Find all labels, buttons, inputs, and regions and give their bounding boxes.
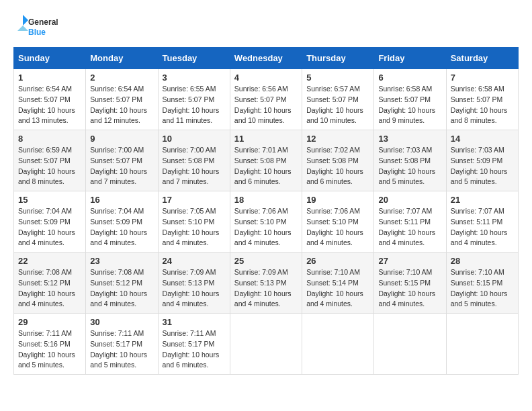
day-info: Sunrise: 7:10 AMSunset: 5:15 PMDaylight:…	[451, 267, 514, 310]
svg-marker-2	[23, 15, 28, 26]
day-number: 9	[90, 134, 153, 144]
calendar-cell: 19 Sunrise: 7:06 AMSunset: 5:10 PMDaylig…	[302, 191, 374, 253]
day-info: Sunrise: 7:06 AMSunset: 5:10 PMDaylight:…	[234, 206, 298, 248]
day-number: 27	[378, 256, 441, 266]
day-info: Sunrise: 7:07 AMSunset: 5:11 PMDaylight:…	[378, 206, 441, 248]
calendar-cell	[446, 314, 518, 375]
calendar-cell: 5 Sunrise: 6:57 AMSunset: 5:07 PMDayligh…	[302, 69, 374, 130]
column-header-wednesday: Wednesday	[230, 48, 302, 69]
calendar-cell: 24 Sunrise: 7:09 AMSunset: 5:13 PMDaylig…	[158, 253, 230, 314]
day-number: 1	[18, 73, 81, 83]
logo-svg: General Blue	[13, 13, 71, 40]
calendar-cell: 25 Sunrise: 7:09 AMSunset: 5:13 PMDaylig…	[230, 253, 302, 314]
calendar-cell: 27 Sunrise: 7:10 AMSunset: 5:15 PMDaylig…	[374, 253, 446, 314]
day-number: 5	[306, 73, 369, 83]
calendar-header-row: SundayMondayTuesdayWednesdayThursdayFrid…	[14, 48, 519, 69]
calendar-cell: 10 Sunrise: 7:00 AMSunset: 5:08 PMDaylig…	[158, 130, 230, 191]
calendar-table: SundayMondayTuesdayWednesdayThursdayFrid…	[13, 47, 519, 375]
calendar-cell: 21 Sunrise: 7:07 AMSunset: 5:11 PMDaylig…	[446, 191, 518, 253]
day-info: Sunrise: 7:11 AMSunset: 5:16 PMDaylight:…	[18, 328, 81, 371]
logo: General Blue	[13, 13, 71, 40]
day-number: 19	[306, 195, 369, 205]
column-header-thursday: Thursday	[302, 48, 374, 69]
day-number: 23	[90, 256, 153, 266]
day-info: Sunrise: 6:58 AMSunset: 5:07 PMDaylight:…	[378, 84, 441, 126]
calendar-cell: 7 Sunrise: 6:58 AMSunset: 5:07 PMDayligh…	[446, 69, 518, 130]
column-header-friday: Friday	[374, 48, 446, 69]
calendar-cell: 23 Sunrise: 7:08 AMSunset: 5:12 PMDaylig…	[86, 253, 158, 314]
calendar-cell: 20 Sunrise: 7:07 AMSunset: 5:11 PMDaylig…	[374, 191, 446, 253]
day-number: 21	[451, 195, 514, 205]
day-info: Sunrise: 7:08 AMSunset: 5:12 PMDaylight:…	[18, 267, 81, 310]
day-number: 18	[234, 195, 298, 205]
calendar-cell	[302, 314, 374, 375]
svg-text:Blue: Blue	[28, 28, 46, 37]
day-number: 14	[451, 134, 514, 144]
calendar-cell: 8 Sunrise: 6:59 AMSunset: 5:07 PMDayligh…	[14, 130, 86, 191]
calendar-cell: 28 Sunrise: 7:10 AMSunset: 5:15 PMDaylig…	[446, 253, 518, 314]
day-number: 25	[234, 256, 298, 266]
day-info: Sunrise: 6:55 AMSunset: 5:07 PMDaylight:…	[163, 84, 226, 126]
day-number: 20	[378, 195, 441, 205]
day-info: Sunrise: 7:05 AMSunset: 5:10 PMDaylight:…	[163, 206, 226, 248]
day-info: Sunrise: 7:11 AMSunset: 5:17 PMDaylight:…	[163, 328, 226, 371]
column-header-saturday: Saturday	[446, 48, 518, 69]
day-info: Sunrise: 7:09 AMSunset: 5:13 PMDaylight:…	[234, 267, 298, 310]
day-number: 16	[90, 195, 153, 205]
day-info: Sunrise: 6:54 AMSunset: 5:07 PMDaylight:…	[18, 84, 81, 126]
day-info: Sunrise: 6:56 AMSunset: 5:07 PMDaylight:…	[234, 84, 298, 126]
column-header-monday: Monday	[86, 48, 158, 69]
day-number: 10	[163, 134, 226, 144]
day-number: 22	[18, 256, 81, 266]
calendar-cell	[374, 314, 446, 375]
day-number: 11	[234, 134, 298, 144]
day-number: 7	[451, 73, 514, 83]
calendar-cell: 30 Sunrise: 7:11 AMSunset: 5:17 PMDaylig…	[86, 314, 158, 375]
day-info: Sunrise: 7:01 AMSunset: 5:08 PMDaylight:…	[234, 145, 298, 187]
day-number: 31	[163, 317, 226, 327]
day-info: Sunrise: 7:11 AMSunset: 5:17 PMDaylight:…	[90, 328, 153, 371]
day-info: Sunrise: 7:07 AMSunset: 5:11 PMDaylight:…	[451, 206, 514, 248]
day-number: 29	[18, 317, 81, 327]
day-number: 4	[234, 73, 298, 83]
svg-text:General: General	[28, 17, 58, 27]
day-number: 24	[163, 256, 226, 266]
day-number: 3	[163, 73, 226, 83]
day-info: Sunrise: 7:09 AMSunset: 5:13 PMDaylight:…	[163, 267, 226, 310]
day-info: Sunrise: 7:06 AMSunset: 5:10 PMDaylight:…	[306, 206, 369, 248]
day-info: Sunrise: 7:02 AMSunset: 5:08 PMDaylight:…	[306, 145, 369, 187]
day-info: Sunrise: 7:04 AMSunset: 5:09 PMDaylight:…	[90, 206, 153, 248]
calendar-week-row: 29 Sunrise: 7:11 AMSunset: 5:16 PMDaylig…	[14, 314, 519, 375]
day-info: Sunrise: 6:57 AMSunset: 5:07 PMDaylight:…	[306, 84, 369, 126]
calendar-cell: 16 Sunrise: 7:04 AMSunset: 5:09 PMDaylig…	[86, 191, 158, 253]
day-info: Sunrise: 7:10 AMSunset: 5:14 PMDaylight:…	[306, 267, 369, 310]
calendar-cell: 31 Sunrise: 7:11 AMSunset: 5:17 PMDaylig…	[158, 314, 230, 375]
day-number: 17	[163, 195, 226, 205]
calendar-week-row: 1 Sunrise: 6:54 AMSunset: 5:07 PMDayligh…	[14, 69, 519, 130]
calendar-cell: 15 Sunrise: 7:04 AMSunset: 5:09 PMDaylig…	[14, 191, 86, 253]
day-info: Sunrise: 7:10 AMSunset: 5:15 PMDaylight:…	[378, 267, 441, 310]
day-number: 8	[18, 134, 81, 144]
day-number: 2	[90, 73, 153, 83]
calendar-cell: 22 Sunrise: 7:08 AMSunset: 5:12 PMDaylig…	[14, 253, 86, 314]
day-number: 12	[306, 134, 369, 144]
calendar-week-row: 15 Sunrise: 7:04 AMSunset: 5:09 PMDaylig…	[14, 191, 519, 253]
calendar-cell: 14 Sunrise: 7:03 AMSunset: 5:09 PMDaylig…	[446, 130, 518, 191]
day-number: 6	[378, 73, 441, 83]
day-number: 15	[18, 195, 81, 205]
day-number: 26	[306, 256, 369, 266]
day-info: Sunrise: 7:08 AMSunset: 5:12 PMDaylight:…	[90, 267, 153, 310]
svg-marker-3	[17, 26, 28, 31]
calendar-week-row: 22 Sunrise: 7:08 AMSunset: 5:12 PMDaylig…	[14, 253, 519, 314]
calendar-cell: 2 Sunrise: 6:54 AMSunset: 5:07 PMDayligh…	[86, 69, 158, 130]
day-number: 28	[451, 256, 514, 266]
calendar-cell: 1 Sunrise: 6:54 AMSunset: 5:07 PMDayligh…	[14, 69, 86, 130]
calendar-cell: 13 Sunrise: 7:03 AMSunset: 5:08 PMDaylig…	[374, 130, 446, 191]
calendar-cell	[230, 314, 302, 375]
calendar-cell: 26 Sunrise: 7:10 AMSunset: 5:14 PMDaylig…	[302, 253, 374, 314]
calendar-cell: 12 Sunrise: 7:02 AMSunset: 5:08 PMDaylig…	[302, 130, 374, 191]
day-info: Sunrise: 6:54 AMSunset: 5:07 PMDaylight:…	[90, 84, 153, 126]
calendar-cell: 4 Sunrise: 6:56 AMSunset: 5:07 PMDayligh…	[230, 69, 302, 130]
calendar-cell: 9 Sunrise: 7:00 AMSunset: 5:07 PMDayligh…	[86, 130, 158, 191]
day-info: Sunrise: 6:59 AMSunset: 5:07 PMDaylight:…	[18, 145, 81, 187]
